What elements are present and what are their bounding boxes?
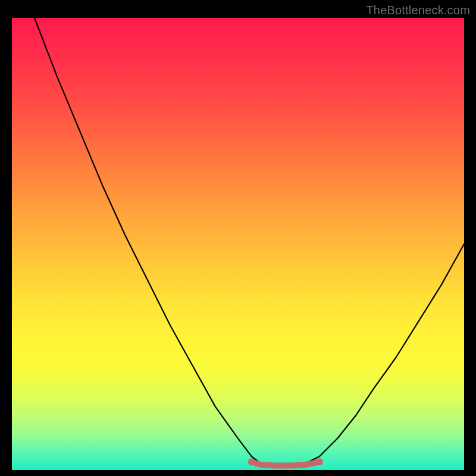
curve-main: [35, 18, 464, 465]
flat-segment-endpoint: [316, 458, 323, 465]
curve-flat-segment: [252, 462, 320, 465]
flat-segment-endpoint: [248, 458, 255, 465]
chart-svg: [12, 18, 464, 470]
chart-area: [12, 18, 464, 470]
watermark-text: TheBottleneck.com: [366, 4, 470, 17]
